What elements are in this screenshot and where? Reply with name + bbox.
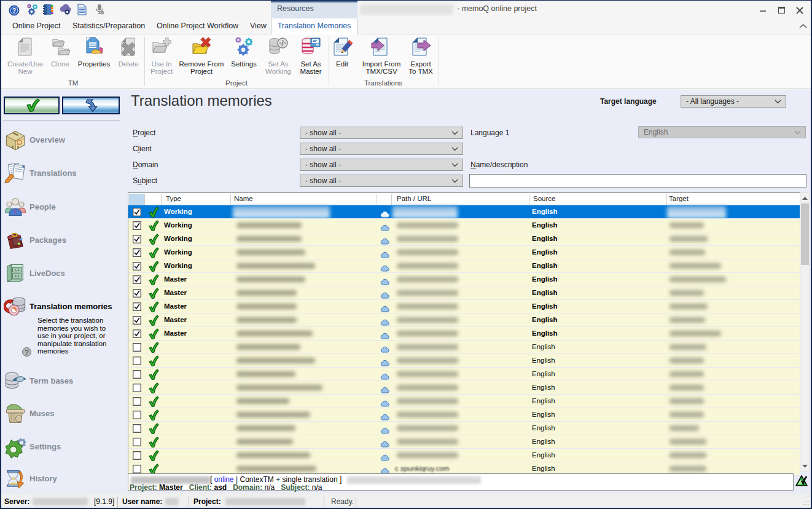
svg-text:?: ? xyxy=(25,349,28,356)
svg-text:?: ? xyxy=(12,7,16,14)
